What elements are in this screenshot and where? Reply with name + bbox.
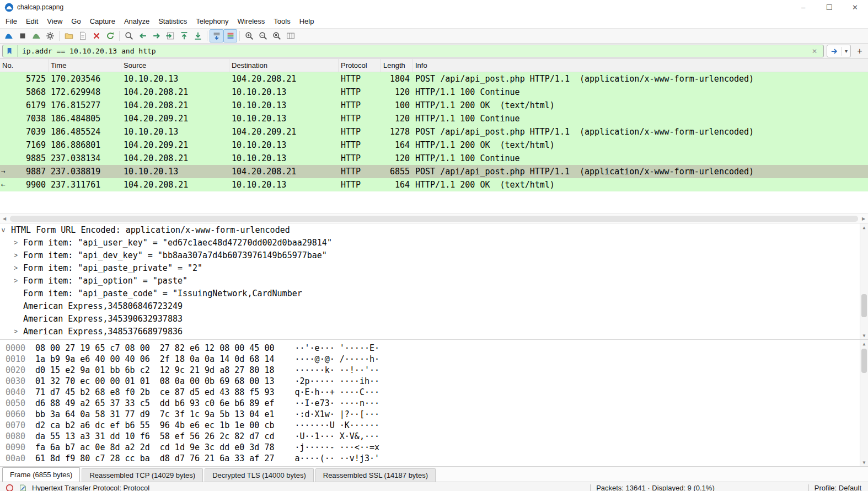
go-first-packet-icon[interactable] <box>177 29 191 42</box>
hex-row[interactable]: 0020d0 15 e2 9a 01 bb 6b c2 12 9c 21 9d … <box>0 365 868 376</box>
hex-row[interactable]: 004071 d7 45 b2 68 e8 f0 2b ce 87 d5 ed … <box>0 387 868 398</box>
go-back-icon[interactable] <box>136 29 149 42</box>
minimize-button[interactable]: – <box>790 0 816 14</box>
filter-apply-arrow-icon[interactable] <box>827 47 842 56</box>
hex-row[interactable]: 003001 32 70 ec 00 00 01 01 08 0a 00 0b … <box>0 376 868 387</box>
resize-columns-icon[interactable] <box>283 29 297 42</box>
detail-row[interactable]: American Express,345806846723249 <box>0 300 868 312</box>
hex-row[interactable]: 00a061 8d f9 80 c7 28 cc ba d8 d7 76 21 … <box>0 453 868 464</box>
packet-row[interactable]: 6179 176.815277 104.20.208.21 10.10.20.1… <box>0 99 868 112</box>
hex-row[interactable]: 0060bb 3a 64 0a 58 31 77 d9 7c 3f 1c 9a … <box>0 409 868 420</box>
byte-view-tab[interactable]: Frame (6855 bytes) <box>2 467 80 482</box>
expander-icon[interactable]: > <box>14 252 23 259</box>
column-header[interactable]: Protocol <box>339 59 381 72</box>
find-packet-icon[interactable] <box>122 29 136 42</box>
expander-icon[interactable]: v <box>2 226 11 234</box>
go-to-packet-icon[interactable] <box>163 29 177 42</box>
byte-view-tab[interactable]: Reassembled SSL (14187 bytes) <box>315 468 436 482</box>
colorize-packets-icon[interactable] <box>223 29 237 42</box>
filter-apply-button[interactable]: ▾ <box>827 45 851 57</box>
packet-row[interactable]: 9885 237.038134 104.20.208.21 10.10.20.1… <box>0 152 868 165</box>
maximize-button[interactable]: ☐ <box>816 0 842 14</box>
capture-options-icon[interactable] <box>43 29 57 42</box>
filter-clear-icon[interactable]: ✕ <box>808 47 821 55</box>
column-header[interactable]: Destination <box>229 59 339 72</box>
column-header[interactable]: No. <box>0 59 49 72</box>
detail-row[interactable]: v HTML Form URL Encoded: application/x-w… <box>0 223 868 236</box>
column-header[interactable]: Source <box>121 59 229 72</box>
hex-row[interactable]: 00101a b9 9a e6 40 00 40 06 2f 18 0a 0a … <box>0 354 868 365</box>
close-button[interactable]: ✕ <box>842 0 868 14</box>
zoom-in-icon[interactable] <box>242 29 256 42</box>
detail-row[interactable]: > Form item: "api_dev_key" = "bb8aa307a7… <box>0 249 868 261</box>
restart-capture-icon[interactable] <box>29 29 43 42</box>
packet-row[interactable]: 5868 172.629948 104.20.208.21 10.10.20.1… <box>0 86 868 99</box>
menu-item[interactable]: Telephony <box>191 15 233 27</box>
filter-dropdown-icon[interactable]: ▾ <box>842 48 850 54</box>
byte-view-tab[interactable]: Decrypted TLS (14000 bytes) <box>205 468 314 482</box>
details-scrollbar-thumb[interactable] <box>861 294 867 317</box>
detail-row[interactable]: > Form item: "api_paste_private" = "2" <box>0 261 868 274</box>
reload-file-icon[interactable] <box>103 29 117 42</box>
capture-comment-icon[interactable] <box>19 484 27 491</box>
menu-item[interactable]: Go <box>67 15 85 27</box>
packet-row[interactable]: 7039 186.485524 10.10.20.13 104.20.209.2… <box>0 125 868 138</box>
hex-row[interactable]: 0080da 55 13 a3 31 dd 10 f6 58 ef 56 26 … <box>0 431 868 442</box>
open-file-icon[interactable] <box>62 29 76 42</box>
close-file-icon[interactable] <box>89 29 103 42</box>
scroll-up-icon[interactable]: ▲ <box>860 223 868 231</box>
expander-icon[interactable]: > <box>14 328 23 335</box>
hex-row[interactable]: 0090fa 6a b7 ac 0e 8d a2 2d cd 1d 9e 3c … <box>0 442 868 453</box>
save-file-icon[interactable] <box>76 29 89 42</box>
filter-add-button[interactable]: + <box>854 45 866 57</box>
detail-row[interactable]: > Form item: "api_user_key" = "ed67c1aec… <box>0 236 868 249</box>
menu-item[interactable]: Statistics <box>154 15 191 27</box>
menu-item[interactable]: File <box>1 15 22 27</box>
packet-row[interactable]: 7169 186.886801 104.20.209.21 10.10.20.1… <box>0 138 868 152</box>
menu-item[interactable]: Edit <box>22 15 42 27</box>
auto-scroll-icon[interactable] <box>210 29 223 42</box>
scroll-up-icon[interactable]: ▲ <box>860 340 868 348</box>
expander-icon[interactable]: > <box>14 264 23 272</box>
scroll-down-icon[interactable]: ▼ <box>860 458 868 466</box>
scroll-right-icon[interactable]: ▶ <box>859 214 868 223</box>
packet-row[interactable]: 5725 170.203546 10.10.20.13 104.20.208.2… <box>0 72 868 86</box>
menu-item[interactable]: Help <box>295 15 319 27</box>
packet-row[interactable]: 7038 186.484805 104.20.209.21 10.10.20.1… <box>0 112 868 125</box>
menu-item[interactable]: Tools <box>269 15 294 27</box>
detail-row[interactable]: > Form item: "api_option" = "paste" <box>0 274 868 287</box>
expander-icon[interactable]: > <box>14 239 23 247</box>
detail-row[interactable]: > American Express,348537668979836 <box>0 325 868 338</box>
menu-item[interactable]: Analyze <box>120 15 154 27</box>
scroll-left-icon[interactable]: ◀ <box>0 214 9 223</box>
byte-view-tab[interactable]: Reassembled TCP (14029 bytes) <box>82 468 203 482</box>
menu-item[interactable]: View <box>42 15 67 27</box>
bytes-scrollbar[interactable]: ▲ ▼ <box>860 340 868 466</box>
detail-row[interactable]: American Express,345390632937883 <box>0 312 868 325</box>
packet-row[interactable]: →9887 237.038819 10.10.20.13 104.20.208.… <box>0 165 868 178</box>
expander-icon[interactable]: > <box>14 277 23 285</box>
profile-label[interactable]: Profile: Default <box>815 484 861 491</box>
menu-item[interactable]: Capture <box>85 15 120 27</box>
expert-info-icon[interactable] <box>6 484 14 491</box>
hex-row[interactable]: 0070d2 ca b2 a6 dc ef b6 55 96 4b e6 ec … <box>0 420 868 431</box>
detail-row[interactable]: Form item: "api_paste_code" = "IssuingNe… <box>0 287 868 300</box>
filter-bookmark-icon[interactable] <box>6 45 18 57</box>
column-header[interactable]: Length <box>381 59 412 72</box>
menu-item[interactable]: Wireless <box>233 15 269 27</box>
display-filter-input[interactable]: ip.addr == 10.10.20.13 and http ✕ <box>2 45 824 57</box>
horizontal-scrollbar-thumb[interactable] <box>10 216 858 222</box>
column-header[interactable]: Time <box>49 59 121 72</box>
bytes-scrollbar-thumb[interactable] <box>861 349 867 373</box>
packet-row[interactable]: ←9900 237.311761 104.20.208.21 10.10.20.… <box>0 178 868 191</box>
zoom-out-icon[interactable] <box>256 29 270 42</box>
start-capture-icon[interactable] <box>2 29 15 42</box>
stop-capture-icon[interactable] <box>15 29 29 42</box>
scroll-down-icon[interactable]: ▼ <box>860 332 868 339</box>
column-header[interactable]: Info <box>412 59 868 72</box>
zoom-reset-icon[interactable] <box>270 29 283 42</box>
go-last-packet-icon[interactable] <box>191 29 205 42</box>
details-scrollbar[interactable]: ▲ ▼ <box>860 223 868 339</box>
horizontal-scrollbar[interactable]: ◀ ▶ <box>0 214 868 223</box>
hex-row[interactable]: 000008 00 27 19 65 c7 08 00 27 82 e6 12 … <box>0 343 868 354</box>
